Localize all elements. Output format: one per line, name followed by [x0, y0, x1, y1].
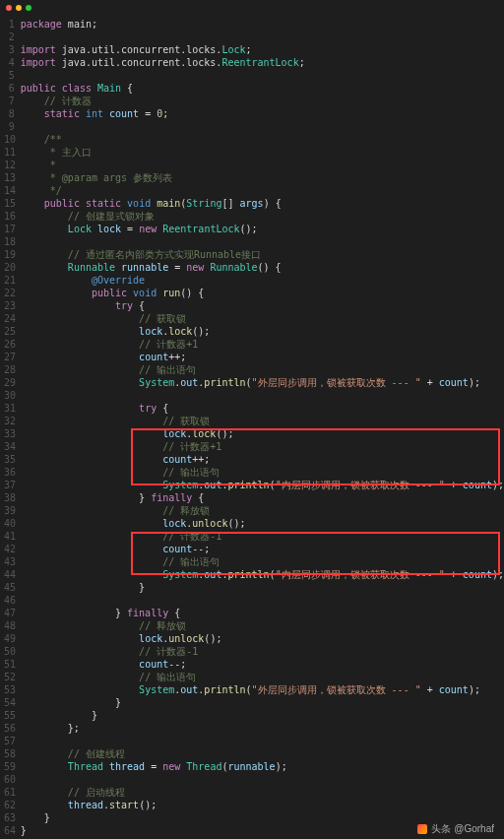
code-line[interactable]: System.out.println("内层同步调用，锁被获取次数 --- " … [21, 568, 504, 581]
line-number: 33 [4, 427, 15, 440]
line-number: 60 [4, 773, 15, 786]
line-number: 38 [4, 491, 15, 504]
code-line[interactable]: Runnable runnable = new Runnable() { [21, 261, 504, 274]
code-editor[interactable]: 1234567891011121314151617181920212223242… [0, 16, 504, 839]
maximize-icon[interactable] [26, 5, 32, 11]
code-line[interactable]: // 释放锁 [21, 504, 504, 517]
code-line[interactable]: thread.start(); [21, 799, 504, 811]
line-number: 12 [4, 159, 15, 171]
attribution-handle: @Gorhaf [454, 823, 494, 834]
code-line[interactable]: System.out.println("内层同步调用，锁被获取次数 --- " … [21, 479, 504, 491]
code-line[interactable]: // 输出语句 [21, 671, 504, 683]
code-line[interactable]: Lock lock = new ReentrantLock(); [21, 223, 504, 235]
line-number: 1 [4, 18, 15, 31]
code-line[interactable]: @Override [21, 274, 504, 287]
attribution-prefix: 头条 [431, 823, 454, 834]
code-line[interactable]: System.out.println("外层同步调用，锁被获取次数 --- " … [21, 683, 504, 696]
code-line[interactable]: count--; [21, 658, 504, 671]
code-line[interactable]: } finally { [21, 607, 504, 619]
code-line[interactable]: import java.util.concurrent.locks.Reentr… [21, 56, 504, 69]
code-line[interactable]: static int count = 0; [21, 107, 504, 120]
code-line[interactable]: // 输出语句 [21, 555, 504, 568]
line-number: 30 [4, 389, 15, 402]
code-line[interactable]: * 主入口 [21, 146, 504, 159]
code-line[interactable]: }; [21, 722, 504, 735]
code-line[interactable] [21, 69, 504, 82]
line-number: 56 [4, 722, 15, 735]
line-number: 34 [4, 440, 15, 453]
code-line[interactable] [21, 31, 504, 43]
code-line[interactable]: /** [21, 133, 504, 146]
code-line[interactable]: // 计数器-1 [21, 645, 504, 658]
line-number: 46 [4, 594, 15, 607]
code-line[interactable]: lock.lock(); [21, 325, 504, 338]
code-line[interactable]: } [21, 696, 504, 709]
line-number: 28 [4, 363, 15, 376]
minimize-icon[interactable] [16, 5, 22, 11]
line-number: 24 [4, 312, 15, 325]
line-number: 3 [4, 43, 15, 56]
line-number: 11 [4, 146, 15, 159]
code-line[interactable]: public static void main(String[] args) { [21, 197, 504, 210]
code-line[interactable] [21, 594, 504, 607]
code-line[interactable]: */ [21, 184, 504, 197]
code-line[interactable]: // 获取锁 [21, 312, 504, 325]
line-number: 52 [4, 671, 15, 683]
code-line[interactable] [21, 735, 504, 747]
line-number: 42 [4, 543, 15, 555]
line-number: 41 [4, 530, 15, 543]
code-line[interactable]: // 通过匿名内部类方式实现Runnable接口 [21, 248, 504, 261]
code-line[interactable]: count--; [21, 543, 504, 555]
code-line[interactable]: * [21, 159, 504, 171]
code-line[interactable]: } [21, 709, 504, 722]
code-area[interactable]: package main;import java.util.concurrent… [21, 18, 504, 837]
line-number: 48 [4, 619, 15, 632]
code-line[interactable]: import java.util.concurrent.locks.Lock; [21, 43, 504, 56]
line-number: 40 [4, 517, 15, 530]
code-line[interactable]: public void run() { [21, 287, 504, 299]
code-line[interactable]: count++; [21, 351, 504, 363]
code-line[interactable]: } finally { [21, 491, 504, 504]
code-line[interactable] [21, 235, 504, 248]
line-number: 49 [4, 632, 15, 645]
line-number: 39 [4, 504, 15, 517]
code-line[interactable]: // 释放锁 [21, 619, 504, 632]
code-line[interactable]: // 输出语句 [21, 363, 504, 376]
line-number: 61 [4, 786, 15, 799]
line-number: 27 [4, 351, 15, 363]
code-line[interactable]: // 获取锁 [21, 415, 504, 427]
code-line[interactable]: // 启动线程 [21, 786, 504, 799]
code-line[interactable]: // 创建显式锁对象 [21, 210, 504, 223]
code-line[interactable]: lock.unlock(); [21, 517, 504, 530]
code-line[interactable] [21, 773, 504, 786]
code-line[interactable]: // 计数器 [21, 95, 504, 107]
line-number: 20 [4, 261, 15, 274]
code-line[interactable]: lock.lock(); [21, 427, 504, 440]
code-line[interactable] [21, 389, 504, 402]
code-line[interactable]: // 计数器-1 [21, 530, 504, 543]
code-line[interactable] [21, 120, 504, 133]
code-line[interactable]: Thread thread = new Thread(runnable); [21, 760, 504, 773]
close-icon[interactable] [6, 5, 12, 11]
code-line[interactable]: System.out.println("外层同步调用，锁被获取次数 --- " … [21, 376, 504, 389]
code-line[interactable]: // 创建线程 [21, 747, 504, 760]
line-number: 47 [4, 607, 15, 619]
line-number: 35 [4, 453, 15, 466]
code-line[interactable]: count++; [21, 453, 504, 466]
code-line[interactable]: // 计数器+1 [21, 338, 504, 351]
code-line[interactable]: package main; [21, 18, 504, 31]
line-number: 26 [4, 338, 15, 351]
code-line[interactable]: try { [21, 402, 504, 415]
code-line[interactable]: lock.unlock(); [21, 632, 504, 645]
code-line[interactable]: public class Main { [21, 82, 504, 95]
code-line[interactable]: // 计数器+1 [21, 440, 504, 453]
code-line[interactable]: try { [21, 299, 504, 312]
line-number: 7 [4, 95, 15, 107]
line-number: 58 [4, 747, 15, 760]
code-line[interactable]: } [21, 581, 504, 594]
line-number: 43 [4, 555, 15, 568]
code-line[interactable]: // 输出语句 [21, 466, 504, 479]
line-number: 37 [4, 479, 15, 491]
line-number: 13 [4, 171, 15, 184]
code-line[interactable]: * @param args 参数列表 [21, 171, 504, 184]
